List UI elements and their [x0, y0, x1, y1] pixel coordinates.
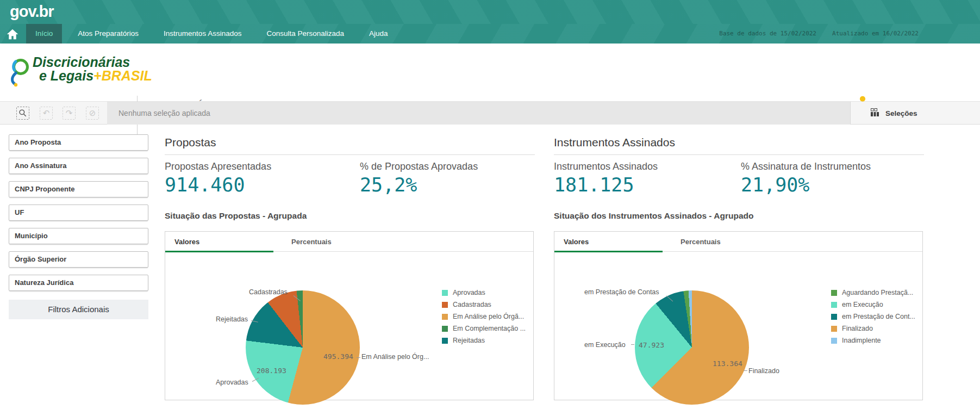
- pie-value-em-analise: 495.394: [323, 352, 353, 361]
- leader-line: [357, 357, 360, 358]
- panel-title-instrumentos: Instrumentos Assinados: [554, 136, 675, 149]
- legend-item-finalizado[interactable]: Finalizado: [831, 323, 915, 334]
- nav-item-atos-preparatorios[interactable]: Atos Preparatórios: [68, 24, 148, 44]
- magnifier-logo-icon: [9, 57, 34, 90]
- nav-items: Início Atos Preparatórios Instrumentos A…: [26, 24, 404, 44]
- pie-chart-situacao-propostas[interactable]: [246, 290, 360, 405]
- undo-selection-icon[interactable]: ↶: [40, 107, 53, 120]
- nav-item-instrumentos-assinados[interactable]: Instrumentos Assinados: [154, 24, 251, 44]
- kpi-value: 181.125: [554, 174, 658, 196]
- legend-item-rejeitadas[interactable]: Rejeitadas: [442, 334, 526, 346]
- legend-swatch: [442, 338, 448, 344]
- pie-callout-aprovadas: Aprovadas: [216, 379, 248, 386]
- dl-line1: Discricionárias: [33, 55, 152, 69]
- tab-valores[interactable]: Valores: [554, 232, 663, 252]
- pie-legend-propostas: Aprovadas Cadastradas Em Análise pelo Ór…: [442, 287, 526, 346]
- panel-rule: [165, 154, 535, 155]
- kpi-value: 21,90%: [741, 174, 871, 196]
- legend-swatch: [442, 302, 448, 308]
- toolbar-divider: [850, 102, 851, 125]
- pie-callout-em-analise: Em Análise pelo Órg...: [361, 353, 429, 361]
- pie-chart-zone: Cadastradas Rejeitadas Aprovadas 208.193…: [165, 252, 533, 400]
- legend-item-em-execucao[interactable]: em Execução: [831, 299, 915, 311]
- pie-callout-finalizado: Finalizado: [748, 367, 779, 375]
- legend-item-inadimplente[interactable]: Inadimplente: [831, 334, 915, 346]
- legend-swatch: [831, 290, 837, 296]
- kpi-value: 914.460: [165, 174, 271, 196]
- kpi-instrumentos-assinados: Instrumentos Assinados 181.125: [554, 161, 658, 196]
- filter-natureza-juridica[interactable]: Natureza Jurídica: [9, 275, 148, 291]
- panel-rule: [554, 154, 924, 155]
- legend-item-cadastradas[interactable]: Cadastradas: [442, 299, 526, 311]
- logo-band: Discricionárias e Legais+BRASIL MINISTÉR…: [0, 44, 980, 102]
- legend-item-em-prestacao[interactable]: em Prestação de Cont...: [831, 311, 915, 323]
- chart-card-instrumentos: Valores Percentuais em Prestação de Cont…: [554, 231, 923, 400]
- chart-tabs: Valores Percentuais: [165, 232, 533, 252]
- pie-callout-rejeitadas: Rejeitadas: [216, 315, 248, 323]
- dl-line2: e Legais+BRASIL: [39, 69, 152, 83]
- pie-value-aprovadas: 208.193: [257, 367, 286, 375]
- filter-ano-proposta[interactable]: Ano Proposta: [9, 134, 148, 151]
- updated-date-label: Atualizado em 16/02/2022: [832, 24, 919, 44]
- filter-ano-assinatura[interactable]: Ano Assinatura: [9, 158, 148, 174]
- govbr-header-bar: gov.br: [0, 0, 980, 24]
- legend-item-em-analise[interactable]: Em Análise pelo Órgã...: [442, 311, 526, 323]
- additional-filters-button[interactable]: Filtros Adicionais: [9, 300, 148, 319]
- kpi-value: 25,2%: [360, 174, 478, 196]
- legend-swatch: [831, 314, 837, 320]
- discricionarias-legais-logo: Discricionárias e Legais+BRASIL: [9, 54, 134, 91]
- database-date-label: Base de dados de 15/02/2022: [719, 24, 816, 44]
- legend-swatch: [442, 326, 448, 332]
- selections-tool-icon: [871, 108, 879, 119]
- filter-municipio[interactable]: Município: [9, 228, 148, 244]
- pie-legend-instrumentos: Aguardando Prestaçã... em Execução em Pr…: [831, 287, 915, 346]
- pie-callout-em-prestacao: em Prestação de Contas: [584, 288, 659, 296]
- chart-card-propostas: Valores Percentuais Cadastradas Rejeitad…: [165, 231, 534, 400]
- tab-valores[interactable]: Valores: [165, 232, 273, 252]
- pie-value-em-execucao: 47.923: [639, 341, 664, 349]
- tab-percentuais[interactable]: Percentuais: [663, 232, 755, 252]
- legend-swatch: [831, 326, 837, 332]
- govbr-logo[interactable]: gov.br: [10, 3, 53, 21]
- selections-toolbar: ↶ ↷ ⊘ Nenhuma seleção aplicada Seleções: [0, 102, 980, 125]
- legend-swatch: [831, 338, 837, 344]
- tab-percentuais[interactable]: Percentuais: [273, 232, 366, 252]
- legend-item-em-complementacao[interactable]: Em Complementação ...: [442, 323, 526, 334]
- nav-item-consulta-personalizada[interactable]: Consulta Personalizada: [257, 24, 353, 44]
- pie-callout-cadastradas: Cadastradas: [249, 288, 288, 296]
- kpi-pct-assinatura-instrumentos: % Assinatura de Instrumentos 21,90%: [741, 161, 871, 196]
- current-selections-bar[interactable]: Nenhuma seleção aplicada: [107, 102, 850, 125]
- nav-item-inicio[interactable]: Início: [26, 24, 62, 44]
- pie-chart-zone: em Prestação de Contas em Execução 47.92…: [554, 252, 922, 400]
- pie-callout-em-execucao: em Execução: [584, 341, 626, 349]
- filter-uf[interactable]: UF: [9, 205, 148, 221]
- selections-button-label: Seleções: [885, 109, 917, 117]
- pie-value-finalizado: 113.364: [713, 360, 742, 368]
- clear-selections-icon[interactable]: ⊘: [86, 107, 99, 120]
- main-navbar: Início Atos Preparatórios Instrumentos A…: [0, 24, 980, 44]
- chart-title-situacao-propostas: Situação das Propostas - Agrupada: [165, 211, 307, 221]
- chart-tabs: Valores Percentuais: [554, 232, 922, 252]
- chart-title-situacao-instrumentos: Situação dos Instrumentos Assinados - Ag…: [554, 211, 753, 221]
- panel-title-propostas: Propostas: [165, 136, 216, 149]
- legend-swatch: [831, 302, 837, 308]
- nav-item-ajuda[interactable]: Ajuda: [360, 24, 397, 44]
- legend-swatch: [442, 290, 448, 296]
- legend-swatch: [442, 314, 448, 320]
- leader-line: [744, 370, 747, 371]
- redo-selection-icon[interactable]: ↷: [63, 107, 76, 120]
- filter-orgao-superior[interactable]: Órgão Superior: [9, 251, 148, 268]
- filter-cnpj-proponente[interactable]: CNPJ Proponente: [9, 181, 148, 197]
- home-icon[interactable]: [5, 27, 20, 41]
- dashboard-page: gov.br Início Atos Preparatórios Instrum…: [0, 0, 980, 409]
- kpi-propostas-apresentadas: Propostas Apresentadas 914.460: [165, 161, 271, 196]
- selections-tool-button[interactable]: Seleções: [865, 102, 923, 125]
- legend-item-aprovadas[interactable]: Aprovadas: [442, 287, 526, 299]
- filter-sidebar: Ano Proposta Ano Assinatura CNPJ Propone…: [9, 134, 148, 319]
- smart-search-icon[interactable]: [16, 107, 29, 120]
- kpi-pct-propostas-aprovadas: % de Propostas Aprovadas 25,2%: [360, 161, 478, 196]
- discricionarias-legais-wordmark: Discricionárias e Legais+BRASIL: [33, 55, 152, 82]
- legend-item-aguardando-prestacao[interactable]: Aguardando Prestaçã...: [831, 287, 915, 299]
- leader-line: [631, 344, 634, 345]
- selection-status-text: Nenhuma seleção aplicada: [118, 102, 210, 125]
